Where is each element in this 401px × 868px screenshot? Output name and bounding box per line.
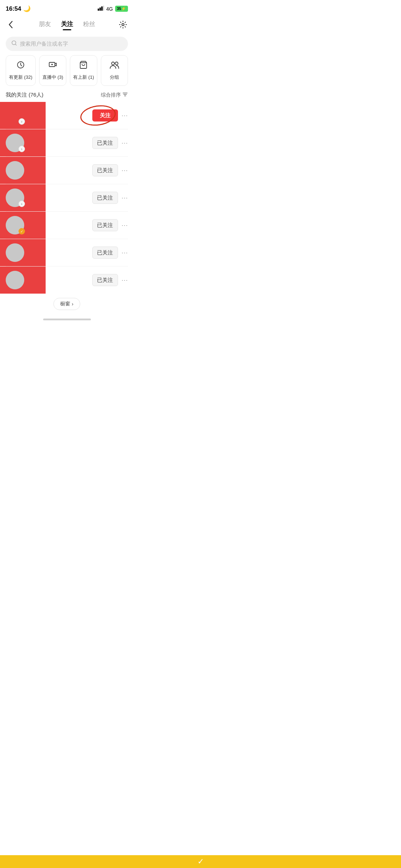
more-button[interactable]: ···: [122, 194, 128, 202]
search-bar[interactable]: 搜索用户备注或名字: [6, 37, 128, 51]
shop-window-hint[interactable]: 橱窗 ›: [53, 298, 80, 310]
network-label: 4G: [106, 6, 113, 12]
user-item[interactable]: › 已关注 ···: [0, 129, 134, 156]
user-actions: 已关注 ···: [92, 164, 128, 176]
more-button[interactable]: ···: [122, 249, 128, 257]
user-avatar: [6, 243, 24, 262]
user-actions: 已关注 ···: [92, 247, 128, 259]
user-actions: 已关注 ···: [92, 219, 128, 231]
arrow-icon: ›: [72, 301, 73, 307]
chevron-icon: ›: [19, 146, 25, 152]
home-area: [0, 317, 134, 324]
filter-card-groups[interactable]: 分组: [101, 55, 128, 86]
home-indicator: [43, 319, 91, 320]
shop-window-label: 橱窗: [60, 301, 70, 307]
following-button[interactable]: 已关注: [92, 192, 118, 204]
user-actions: 已关注 ···: [92, 274, 128, 286]
filter-new-label: 有上新 (1): [73, 74, 94, 81]
svg-point-4: [122, 24, 124, 26]
moon-icon: 🌙: [23, 5, 31, 12]
user-avatar-area: ✓: [6, 216, 24, 234]
svg-rect-2: [101, 6, 103, 11]
user-item[interactable]: 已关注 ···: [0, 267, 134, 294]
user-info: [29, 170, 88, 171]
status-time: 16:54 🌙: [6, 5, 31, 12]
user-actions: 已关注 ···: [92, 137, 128, 149]
user-avatar-area: ›: [6, 134, 24, 152]
bottom-shop-bar: 橱窗 ›: [0, 294, 134, 317]
more-button[interactable]: ···: [122, 222, 128, 229]
user-item[interactable]: › 已关注 ···: [0, 184, 134, 211]
following-button[interactable]: 已关注: [92, 219, 118, 231]
user-avatar-area: [6, 161, 24, 180]
sort-button[interactable]: 综合排序: [101, 92, 128, 98]
sort-icon: [122, 92, 128, 98]
user-info: [29, 280, 88, 281]
follow-button[interactable]: 关注: [92, 109, 118, 122]
gold-badge: ✓: [19, 228, 25, 234]
tab-fans[interactable]: 粉丝: [83, 20, 95, 30]
chevron-icon: ›: [19, 118, 25, 125]
user-avatar-area: ›: [6, 106, 24, 125]
signal-icon: [98, 6, 104, 12]
user-info: [29, 143, 88, 144]
following-button[interactable]: 已关注: [92, 247, 118, 259]
search-icon: [11, 40, 17, 47]
nav-tabs: 朋友 关注 粉丝: [39, 20, 95, 30]
user-actions: 已关注 ···: [92, 192, 128, 204]
clock-icon: [16, 61, 25, 71]
user-item[interactable]: 已关注 ···: [0, 157, 134, 184]
filter-cards: 有更新 (32) 直播中 (3) 有上新 (1): [0, 55, 134, 92]
user-list: › 关注 ··· › 已关注 ···: [0, 102, 134, 294]
tab-friends[interactable]: 朋友: [39, 20, 51, 30]
more-button[interactable]: ···: [122, 167, 128, 174]
more-button[interactable]: ···: [122, 112, 128, 119]
nav-bar: 朋友 关注 粉丝: [0, 15, 134, 35]
filter-card-updates[interactable]: 有更新 (32): [6, 55, 36, 86]
user-item[interactable]: 已关注 ···: [0, 239, 134, 266]
svg-point-9: [112, 62, 114, 65]
live-icon: [48, 61, 57, 71]
user-item[interactable]: ✓ 已关注 ···: [0, 212, 134, 239]
group-icon: [110, 61, 119, 71]
following-button[interactable]: 已关注: [92, 274, 118, 286]
shop-icon: [79, 61, 88, 71]
settings-button[interactable]: [117, 18, 129, 31]
more-button[interactable]: ···: [122, 139, 128, 147]
back-button[interactable]: [4, 18, 17, 31]
filter-updates-label: 有更新 (32): [9, 74, 32, 81]
following-button[interactable]: 已关注: [92, 164, 118, 176]
section-header: 我的关注 (76人) 综合排序: [0, 92, 134, 102]
svg-point-8: [51, 64, 53, 65]
following-button[interactable]: 已关注: [92, 137, 118, 149]
search-placeholder: 搜索用户备注或名字: [20, 41, 68, 47]
status-right: 4G 35⚡: [98, 6, 128, 12]
user-actions: 关注 ···: [92, 109, 128, 122]
user-avatar: [6, 161, 24, 180]
chevron-icon: ›: [19, 201, 25, 207]
svg-rect-1: [99, 7, 101, 11]
user-info: [29, 252, 88, 253]
status-bar: 16:54 🌙 4G 35⚡: [0, 0, 134, 15]
battery-indicator: 35⚡: [115, 6, 128, 12]
user-avatar-area: ›: [6, 188, 24, 207]
filter-card-live[interactable]: 直播中 (3): [39, 55, 67, 86]
filter-groups-label: 分组: [110, 74, 119, 81]
more-button[interactable]: ···: [122, 277, 128, 284]
filter-live-label: 直播中 (3): [42, 74, 63, 81]
section-title: 我的关注 (76人): [6, 92, 43, 98]
filter-card-new[interactable]: 有上新 (1): [70, 55, 97, 86]
user-item[interactable]: › 关注 ···: [0, 102, 134, 129]
user-avatar-area: [6, 243, 24, 262]
user-info: [29, 225, 88, 226]
svg-point-10: [115, 62, 118, 65]
user-info: [29, 115, 88, 116]
user-avatar: [6, 271, 24, 289]
tab-following[interactable]: 关注: [61, 20, 73, 30]
user-info: [29, 197, 88, 198]
svg-rect-3: [103, 6, 104, 11]
svg-rect-0: [98, 9, 99, 11]
user-avatar-area: [6, 271, 24, 289]
